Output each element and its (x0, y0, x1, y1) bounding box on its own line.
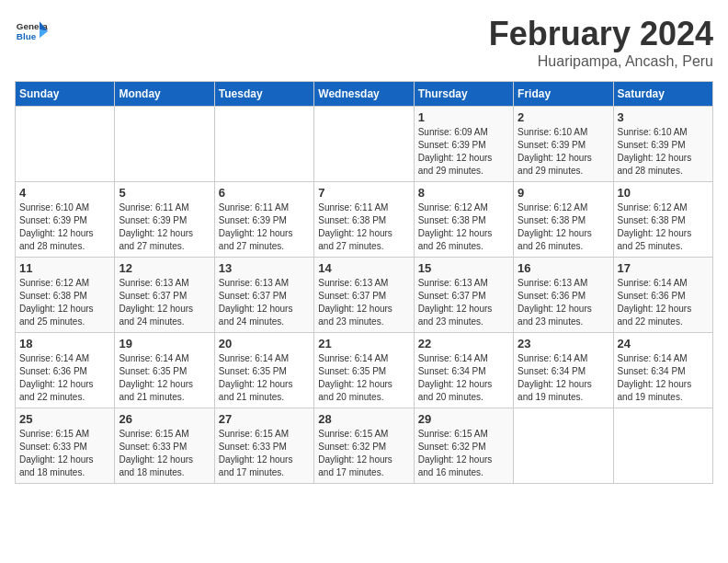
day-number: 13 (219, 261, 310, 275)
day-info: Sunrise: 6:14 AM Sunset: 6:36 PM Dayligh… (19, 352, 110, 404)
calendar-cell: 15Sunrise: 6:13 AM Sunset: 6:37 PM Dayli… (414, 258, 513, 333)
calendar-cell: 11Sunrise: 6:12 AM Sunset: 6:38 PM Dayli… (16, 258, 115, 333)
day-info: Sunrise: 6:14 AM Sunset: 6:34 PM Dayligh… (418, 352, 509, 404)
day-number: 10 (618, 186, 709, 200)
day-number: 17 (618, 261, 709, 275)
day-info: Sunrise: 6:15 AM Sunset: 6:33 PM Dayligh… (19, 428, 110, 479)
calendar-cell (613, 408, 712, 484)
calendar-week-row: 25Sunrise: 6:15 AM Sunset: 6:33 PM Dayli… (16, 408, 713, 484)
calendar-cell: 14Sunrise: 6:13 AM Sunset: 6:37 PM Dayli… (314, 258, 414, 333)
calendar-table: SundayMondayTuesdayWednesdayThursdayFrid… (15, 81, 713, 484)
calendar-cell: 2Sunrise: 6:10 AM Sunset: 6:39 PM Daylig… (514, 107, 613, 182)
title-area: February 2024 Huaripampa, Ancash, Peru (489, 15, 713, 70)
day-info: Sunrise: 6:11 AM Sunset: 6:39 PM Dayligh… (119, 201, 210, 253)
day-info: Sunrise: 6:13 AM Sunset: 6:37 PM Dayligh… (418, 277, 509, 328)
day-info: Sunrise: 6:11 AM Sunset: 6:38 PM Dayligh… (318, 201, 409, 253)
day-info: Sunrise: 6:13 AM Sunset: 6:37 PM Dayligh… (318, 277, 409, 328)
calendar-cell (314, 107, 414, 182)
calendar-cell: 9Sunrise: 6:12 AM Sunset: 6:38 PM Daylig… (514, 182, 613, 258)
day-number: 11 (19, 261, 110, 275)
calendar-cell: 22Sunrise: 6:14 AM Sunset: 6:34 PM Dayli… (414, 333, 513, 408)
calendar-cell: 27Sunrise: 6:15 AM Sunset: 6:33 PM Dayli… (214, 408, 313, 484)
day-number: 9 (518, 186, 609, 200)
day-header-saturday: Saturday (613, 82, 712, 107)
calendar-cell: 8Sunrise: 6:12 AM Sunset: 6:38 PM Daylig… (414, 182, 513, 258)
calendar-week-row: 4Sunrise: 6:10 AM Sunset: 6:39 PM Daylig… (16, 182, 713, 258)
calendar-cell: 13Sunrise: 6:13 AM Sunset: 6:37 PM Dayli… (214, 258, 313, 333)
day-number: 25 (19, 412, 110, 426)
calendar-body: 1Sunrise: 6:09 AM Sunset: 6:39 PM Daylig… (16, 107, 713, 484)
day-number: 26 (119, 412, 210, 426)
calendar-week-row: 18Sunrise: 6:14 AM Sunset: 6:36 PM Dayli… (16, 333, 713, 408)
day-number: 18 (19, 337, 110, 350)
day-number: 6 (219, 186, 310, 200)
day-number: 27 (219, 412, 310, 426)
day-info: Sunrise: 6:13 AM Sunset: 6:36 PM Dayligh… (518, 277, 609, 328)
calendar-cell (16, 107, 115, 182)
day-info: Sunrise: 6:15 AM Sunset: 6:32 PM Dayligh… (418, 428, 509, 479)
day-number: 2 (518, 110, 609, 124)
day-number: 1 (418, 110, 509, 124)
calendar-cell: 16Sunrise: 6:13 AM Sunset: 6:36 PM Dayli… (514, 258, 613, 333)
day-info: Sunrise: 6:12 AM Sunset: 6:38 PM Dayligh… (418, 201, 509, 253)
day-info: Sunrise: 6:14 AM Sunset: 6:35 PM Dayligh… (119, 352, 210, 404)
calendar-week-row: 11Sunrise: 6:12 AM Sunset: 6:38 PM Dayli… (16, 258, 713, 333)
calendar-cell: 5Sunrise: 6:11 AM Sunset: 6:39 PM Daylig… (115, 182, 214, 258)
calendar-cell: 24Sunrise: 6:14 AM Sunset: 6:34 PM Dayli… (613, 333, 712, 408)
calendar-cell: 4Sunrise: 6:10 AM Sunset: 6:39 PM Daylig… (16, 182, 115, 258)
day-info: Sunrise: 6:15 AM Sunset: 6:33 PM Dayligh… (119, 428, 210, 479)
day-info: Sunrise: 6:14 AM Sunset: 6:36 PM Dayligh… (618, 277, 709, 328)
calendar-cell: 23Sunrise: 6:14 AM Sunset: 6:34 PM Dayli… (514, 333, 613, 408)
day-number: 16 (518, 261, 609, 275)
day-number: 23 (518, 337, 609, 350)
day-number: 14 (318, 261, 409, 275)
logo: General Blue (15, 15, 48, 48)
calendar-cell (514, 408, 613, 484)
calendar-cell: 1Sunrise: 6:09 AM Sunset: 6:39 PM Daylig… (414, 107, 513, 182)
day-header-friday: Friday (514, 82, 613, 107)
day-info: Sunrise: 6:13 AM Sunset: 6:37 PM Dayligh… (119, 277, 210, 328)
day-number: 22 (418, 337, 509, 350)
page-header: General Blue February 2024 Huaripampa, A… (15, 15, 713, 70)
day-info: Sunrise: 6:10 AM Sunset: 6:39 PM Dayligh… (19, 201, 110, 253)
calendar-week-row: 1Sunrise: 6:09 AM Sunset: 6:39 PM Daylig… (16, 107, 713, 182)
calendar-cell: 29Sunrise: 6:15 AM Sunset: 6:32 PM Dayli… (414, 408, 513, 484)
calendar-cell: 19Sunrise: 6:14 AM Sunset: 6:35 PM Dayli… (115, 333, 214, 408)
day-number: 12 (119, 261, 210, 275)
location-title: Huaripampa, Ancash, Peru (489, 53, 713, 70)
day-info: Sunrise: 6:14 AM Sunset: 6:35 PM Dayligh… (318, 352, 409, 404)
day-info: Sunrise: 6:15 AM Sunset: 6:33 PM Dayligh… (219, 428, 310, 479)
day-number: 29 (418, 412, 509, 426)
day-info: Sunrise: 6:12 AM Sunset: 6:38 PM Dayligh… (19, 277, 110, 328)
day-number: 3 (618, 110, 709, 124)
day-number: 8 (418, 186, 509, 200)
calendar-header-row: SundayMondayTuesdayWednesdayThursdayFrid… (16, 82, 713, 107)
calendar-cell: 18Sunrise: 6:14 AM Sunset: 6:36 PM Dayli… (16, 333, 115, 408)
day-info: Sunrise: 6:15 AM Sunset: 6:32 PM Dayligh… (318, 428, 409, 479)
day-number: 5 (119, 186, 210, 200)
day-header-wednesday: Wednesday (314, 82, 414, 107)
day-number: 21 (318, 337, 409, 350)
day-number: 28 (318, 412, 409, 426)
calendar-cell (115, 107, 214, 182)
calendar-cell: 10Sunrise: 6:12 AM Sunset: 6:38 PM Dayli… (613, 182, 712, 258)
day-number: 24 (618, 337, 709, 350)
calendar-cell: 6Sunrise: 6:11 AM Sunset: 6:39 PM Daylig… (214, 182, 313, 258)
day-number: 19 (119, 337, 210, 350)
day-info: Sunrise: 6:14 AM Sunset: 6:34 PM Dayligh… (618, 352, 709, 404)
month-title: February 2024 (489, 15, 713, 53)
calendar-cell: 28Sunrise: 6:15 AM Sunset: 6:32 PM Dayli… (314, 408, 414, 484)
day-info: Sunrise: 6:14 AM Sunset: 6:35 PM Dayligh… (219, 352, 310, 404)
day-info: Sunrise: 6:12 AM Sunset: 6:38 PM Dayligh… (618, 201, 709, 253)
day-number: 4 (19, 186, 110, 200)
calendar-cell: 12Sunrise: 6:13 AM Sunset: 6:37 PM Dayli… (115, 258, 214, 333)
day-header-sunday: Sunday (16, 82, 115, 107)
day-info: Sunrise: 6:13 AM Sunset: 6:37 PM Dayligh… (219, 277, 310, 328)
calendar-cell: 3Sunrise: 6:10 AM Sunset: 6:39 PM Daylig… (613, 107, 712, 182)
day-info: Sunrise: 6:11 AM Sunset: 6:39 PM Dayligh… (219, 201, 310, 253)
logo-icon: General Blue (15, 15, 48, 48)
svg-text:Blue: Blue (17, 31, 37, 41)
calendar-cell: 26Sunrise: 6:15 AM Sunset: 6:33 PM Dayli… (115, 408, 214, 484)
calendar-cell: 21Sunrise: 6:14 AM Sunset: 6:35 PM Dayli… (314, 333, 414, 408)
day-header-tuesday: Tuesday (214, 82, 313, 107)
